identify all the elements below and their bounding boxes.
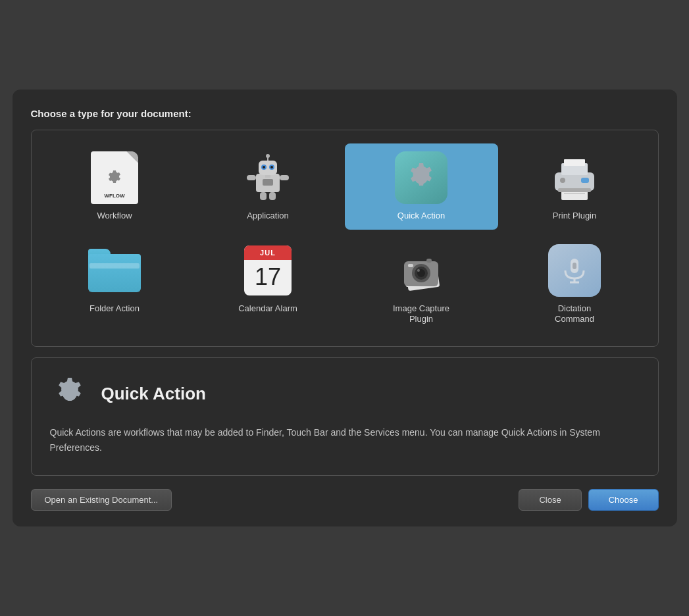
image-capture-label: Image Capture Plugin: [393, 303, 449, 326]
svg-rect-22: [558, 188, 591, 192]
grid-item-application[interactable]: Application: [191, 143, 345, 230]
calendar-alarm-icon-wrap: JUL 17: [242, 244, 294, 297]
svg-rect-13: [265, 175, 270, 178]
quick-action-bg: [395, 151, 447, 204]
folder-action-icon-wrap: [88, 244, 141, 297]
grid-item-quick-action[interactable]: Quick Action: [345, 143, 498, 230]
svg-rect-10: [260, 192, 267, 200]
workflow-icon: WFLOW: [91, 151, 138, 204]
open-existing-button[interactable]: Open an Existing Document...: [31, 489, 172, 511]
print-plugin-icon-wrap: [548, 151, 601, 204]
print-plugin-svg: [548, 154, 601, 201]
grid-item-calendar-alarm[interactable]: JUL 17 Calendar Alarm: [191, 236, 345, 334]
calendar-icon: JUL 17: [244, 245, 292, 295]
quick-action-label: Quick Action: [397, 211, 445, 222]
workflow-label: Workflow: [97, 211, 132, 222]
description-gear-svg: [51, 375, 88, 412]
quick-action-icon-wrap: [395, 151, 447, 204]
description-title: Quick Action: [101, 384, 206, 404]
workflow-wflow-text: WFLOW: [91, 193, 138, 199]
right-buttons: Close Choose: [519, 489, 658, 511]
calendar-alarm-label: Calendar Alarm: [238, 303, 297, 315]
svg-rect-11: [269, 192, 276, 200]
svg-rect-30: [408, 264, 413, 267]
folder-shine: [89, 263, 140, 269]
close-button[interactable]: Close: [519, 489, 581, 511]
image-capture-svg: [395, 247, 447, 294]
svg-rect-16: [564, 193, 585, 194]
svg-point-4: [263, 166, 265, 168]
svg-point-29: [417, 269, 420, 272]
svg-rect-19: [564, 159, 585, 166]
grid-item-dictation[interactable]: Dictation Command: [498, 236, 651, 334]
svg-rect-31: [426, 259, 432, 263]
desc-gear-wrap: [50, 374, 89, 413]
svg-point-21: [560, 178, 565, 183]
dictation-label: Dictation Command: [555, 303, 594, 326]
image-capture-icon-wrap: [395, 244, 447, 297]
svg-rect-8: [247, 175, 256, 180]
grid-item-workflow[interactable]: WFLOW Workflow: [38, 143, 191, 230]
document-type-grid: WFLOW Workflow: [38, 143, 651, 334]
quick-action-gear-svg: [404, 161, 438, 195]
grid-item-image-capture[interactable]: Image Capture Plugin: [345, 236, 498, 334]
dictation-bg: [548, 244, 601, 297]
calendar-month: JUL: [244, 245, 292, 260]
button-row: Open an Existing Document... Close Choos…: [31, 489, 659, 511]
application-label: Application: [247, 211, 289, 222]
svg-rect-9: [280, 175, 289, 180]
workflow-gear-svg: [105, 168, 124, 188]
description-text: Quick Actions are workflows that may be …: [50, 425, 640, 455]
application-robot-svg: [243, 153, 293, 203]
workflow-icon-wrap: WFLOW: [88, 151, 141, 204]
folder-action-label: Folder Action: [89, 303, 140, 315]
calendar-day: 17: [244, 260, 292, 294]
svg-rect-12: [263, 179, 273, 186]
grid-item-print-plugin[interactable]: Print Plugin: [498, 143, 651, 230]
folder-icon: [88, 249, 141, 292]
main-dialog: Choose a type for your document: WFLOW W…: [13, 90, 677, 527]
dialog-title: Choose a type for your document:: [31, 108, 659, 119]
application-icon-wrap: [242, 151, 294, 204]
dictation-icon-wrap: [548, 244, 601, 297]
document-type-grid-container: WFLOW Workflow: [31, 130, 659, 347]
dictation-mic-svg: [560, 256, 589, 285]
print-plugin-label: Print Plugin: [553, 211, 596, 222]
grid-item-folder-action[interactable]: Folder Action: [38, 236, 191, 334]
choose-button[interactable]: Choose: [588, 489, 659, 511]
svg-point-5: [270, 166, 273, 168]
description-header: Quick Action: [50, 374, 640, 413]
folder-body: [88, 254, 141, 292]
svg-rect-20: [581, 178, 589, 183]
description-panel: Quick Action Quick Actions are workflows…: [31, 357, 659, 476]
svg-point-7: [266, 154, 270, 158]
svg-rect-35: [573, 263, 576, 269]
